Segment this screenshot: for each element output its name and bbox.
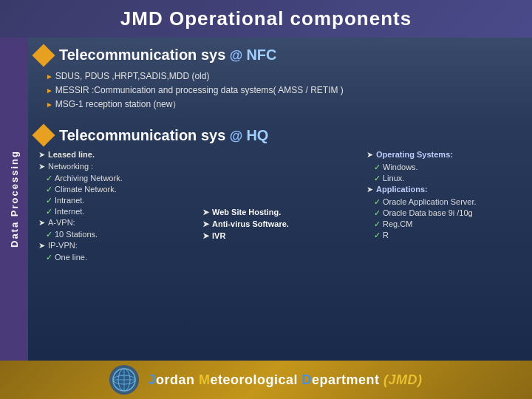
check-icon: ✓	[374, 163, 381, 172]
nfc-section-header: Telecommunication sys @ NFC	[35, 47, 520, 64]
footer-m: M	[199, 372, 211, 387]
check-icon: ✓	[374, 219, 381, 229]
header: JMD Operational components	[0, 0, 532, 38]
list-item: MESSIR :Communication and processing dat…	[46, 83, 520, 98]
sub-item: ✓ Windows.	[374, 163, 522, 172]
hq-section-header: Telecommunication sys @ HQ	[35, 127, 525, 144]
sub-item: ✓ Oracle Data base 9i /10g	[374, 208, 522, 218]
check-icon: ✓	[374, 197, 381, 207]
check-icon: ✓	[46, 207, 52, 216]
hq-title-prefix: Telecommunication sys	[59, 127, 225, 143]
sub-item: ✓ Intranet.	[46, 196, 194, 205]
r-label: R	[383, 231, 389, 239]
nfc-title-at: @	[230, 48, 247, 63]
check-icon: ✓	[46, 230, 52, 239]
check-icon: ✓	[374, 174, 381, 183]
sub-item: ✓ 10 Stations.	[46, 230, 194, 239]
logo-svg	[112, 367, 137, 392]
footer-j: J	[148, 372, 156, 387]
regcm-label: Reg.CM	[383, 219, 412, 228]
internet-label: Internet.	[55, 207, 84, 216]
check-icon: ✓	[46, 185, 52, 194]
hq-col-1: ➤ Leased line. ➤ Networking : ✓ Archivin…	[35, 149, 197, 265]
arrow-icon: ➤	[202, 219, 209, 229]
web-hosting-label: Web Site Hosting.	[212, 208, 281, 216]
page-wrapper: JMD Operational components Data Processi…	[0, 0, 532, 399]
footer-d: D	[302, 372, 313, 387]
diamond-icon-hq	[32, 124, 55, 147]
nfc-title-location: NFC	[246, 47, 276, 63]
content-panel: Telecommunication sys @ NFC SDUS, PDUS ,…	[28, 38, 532, 361]
footer-jmd: (JMD)	[383, 372, 423, 387]
sub-item: ✓ Linux.	[374, 174, 522, 183]
list-item: ➤ IVR	[202, 231, 358, 241]
check-icon: ✓	[374, 208, 381, 218]
ivr-label: IVR	[212, 231, 225, 240]
sub-item: ✓ Internet.	[46, 207, 194, 216]
arrow-icon: ➤	[202, 208, 209, 217]
arrow-icon: ➤	[38, 241, 45, 250]
sub-item: ✓ Climate Network.	[46, 185, 194, 194]
arrow-icon: ➤	[38, 162, 45, 171]
hq-title: Telecommunication sys @ HQ	[59, 127, 268, 144]
climate-label: Climate Network.	[55, 185, 117, 194]
oracle-db-label: Oracle Data base 9i /10g	[383, 208, 473, 217]
leased-text: Leased line.	[48, 150, 95, 159]
hq-title-location: HQ	[246, 127, 268, 143]
list-item: MSG-1 reception station (new）	[46, 98, 520, 112]
intranet-label: Intranet.	[55, 196, 84, 205]
hq-col-3: ➤ Operating Systems: ✓ Windows. ✓ Linux.	[364, 149, 525, 265]
sub-item: ✓ R	[374, 231, 522, 240]
hq-col-2: ➤ Web Site Hosting. ➤ Anti-virus Softwar…	[200, 149, 361, 265]
nfc-title: Telecommunication sys @ NFC	[59, 47, 277, 64]
sub-item: ✓ One line.	[46, 253, 194, 262]
check-icon: ✓	[46, 174, 52, 183]
list-item: ➤ IP-VPN:	[38, 241, 194, 250]
app-section: ➤ Applications:	[366, 185, 522, 195]
os-label: Operating Systems:	[376, 150, 453, 159]
arrow-icon: ➤	[366, 185, 373, 194]
list-item: SDUS, PDUS ,HRPT,SADIS,MDD (old)	[46, 69, 520, 83]
list-item: ➤ Web Site Hosting.	[202, 208, 358, 217]
check-icon: ✓	[46, 196, 52, 205]
antivirus-label: Anti-virus Software.	[212, 219, 289, 228]
sidebar-label: Data Processing	[0, 38, 28, 361]
os-section: ➤ Operating Systems:	[366, 150, 522, 160]
sub-item: ✓ Archiving Network.	[46, 174, 194, 183]
arrow-icon: ➤	[38, 218, 45, 228]
arrow-icon: ➤	[202, 231, 209, 241]
avpn-label: A-VPN:	[48, 218, 75, 227]
list-item: ➤ Networking :	[38, 162, 194, 171]
stations-label: 10 Stations.	[55, 230, 98, 239]
sub-item: ✓ Reg.CM	[374, 219, 522, 229]
diamond-icon	[32, 44, 55, 66]
arrow-icon: ➤	[366, 150, 373, 160]
list-item: ➤ Anti-virus Software.	[202, 219, 358, 229]
oracle-app-label: Oracle Application Server.	[383, 197, 477, 206]
arrow-icon: ➤	[38, 150, 45, 160]
sub-item: ✓ Oracle Application Server.	[374, 197, 522, 207]
section-nfc: Telecommunication sys @ NFC SDUS, PDUS ,…	[28, 38, 532, 121]
archiving-label: Archiving Network.	[55, 174, 123, 183]
footer-title: Jordan Meteorological Department (JMD)	[148, 372, 422, 388]
app-label: Applications:	[376, 185, 428, 194]
main-content: Data Processing Telecommunication sys @ …	[0, 38, 532, 361]
footer-logo	[109, 365, 139, 395]
hq-grid: ➤ Leased line. ➤ Networking : ✓ Archivin…	[35, 149, 525, 265]
linux-label: Linux.	[383, 174, 404, 183]
check-icon: ✓	[46, 253, 52, 262]
page-title: JMD Operational components	[120, 7, 412, 30]
footer: Jordan Meteorological Department (JMD)	[0, 361, 532, 399]
nfc-bullet-list: SDUS, PDUS ,HRPT,SADIS,MDD (old) MESSIR …	[35, 69, 520, 112]
check-icon: ✓	[374, 231, 381, 240]
section-hq: Telecommunication sys @ HQ ➤ Leased line…	[28, 121, 532, 361]
windows-label: Windows.	[383, 163, 418, 171]
oneline-label: One line.	[55, 253, 87, 262]
networking-label: Networking :	[48, 162, 93, 171]
list-item: ➤ A-VPN:	[38, 218, 194, 228]
ipvpn-label: IP-VPN:	[48, 241, 78, 250]
nfc-title-prefix: Telecommunication sys	[59, 47, 225, 63]
list-item: ➤ Leased line.	[38, 150, 194, 160]
hq-title-at: @	[230, 129, 247, 143]
